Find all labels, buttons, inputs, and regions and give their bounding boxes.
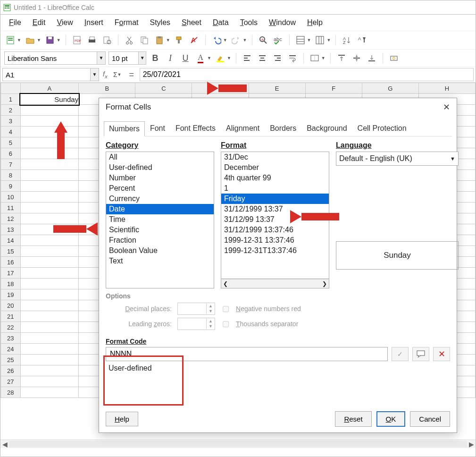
- sort-button[interactable]: AZ: [341, 34, 353, 46]
- cell[interactable]: [20, 203, 79, 213]
- row-header[interactable]: 22: [1, 322, 21, 333]
- row-header[interactable]: 25: [1, 355, 21, 365]
- category-item[interactable]: Fraction: [106, 235, 214, 245]
- equals-button[interactable]: =: [125, 68, 138, 81]
- clear-format-button[interactable]: A: [188, 34, 200, 46]
- category-item[interactable]: Date: [106, 204, 214, 214]
- cell[interactable]: [20, 387, 79, 398]
- row-header[interactable]: 23: [1, 333, 21, 344]
- category-item[interactable]: User-defined: [106, 162, 214, 173]
- row-header[interactable]: 11: [1, 203, 21, 213]
- wrap-text-button[interactable]: [286, 52, 299, 64]
- delete-code-button[interactable]: ✕: [433, 347, 450, 361]
- cell[interactable]: [20, 159, 79, 170]
- row-header[interactable]: 2: [1, 105, 21, 116]
- format-item[interactable]: 31/12/99 13:37: [221, 214, 329, 225]
- category-item[interactable]: Time: [106, 214, 214, 225]
- menu-data[interactable]: Data: [207, 17, 234, 29]
- menu-window[interactable]: Window: [263, 17, 301, 29]
- cell[interactable]: [20, 289, 79, 300]
- menu-help[interactable]: Help: [301, 17, 328, 29]
- column-header[interactable]: B: [79, 83, 135, 94]
- category-item[interactable]: Scientific: [106, 225, 214, 235]
- row-header[interactable]: 3: [1, 116, 21, 127]
- dropdown-icon[interactable]: ▼: [138, 52, 146, 64]
- cell[interactable]: [20, 170, 79, 181]
- column-header[interactable]: C: [135, 83, 192, 94]
- format-code-input[interactable]: [106, 347, 388, 361]
- menu-tools[interactable]: Tools: [234, 17, 263, 29]
- cell[interactable]: [20, 148, 79, 159]
- cell[interactable]: [20, 127, 79, 137]
- font-name-input[interactable]: [5, 54, 97, 62]
- row-button[interactable]: ▼: [294, 34, 311, 46]
- open-button[interactable]: ▼: [24, 34, 41, 46]
- category-item[interactable]: Currency: [106, 194, 214, 204]
- column-header[interactable]: G: [362, 83, 418, 94]
- column-header[interactable]: A: [20, 83, 79, 94]
- column-header[interactable]: D: [192, 83, 249, 94]
- tab-font[interactable]: Font: [145, 121, 170, 136]
- row-header[interactable]: 14: [1, 235, 21, 246]
- row-header[interactable]: 15: [1, 246, 21, 257]
- formula-input[interactable]: [140, 70, 473, 79]
- redo-button[interactable]: ▼: [230, 34, 247, 46]
- row-header[interactable]: 4: [1, 127, 21, 137]
- format-item[interactable]: December: [221, 162, 329, 173]
- menu-edit[interactable]: Edit: [27, 17, 51, 29]
- row-header[interactable]: 6: [1, 148, 21, 159]
- row-header[interactable]: 7: [1, 159, 21, 170]
- spellcheck-button[interactable]: abc: [272, 34, 284, 46]
- cell[interactable]: [20, 300, 79, 311]
- cell[interactable]: [20, 116, 79, 127]
- format-item[interactable]: 4th quarter 99: [221, 173, 329, 183]
- valign-top-button[interactable]: [335, 52, 348, 64]
- cell[interactable]: [20, 355, 79, 365]
- row-header[interactable]: 21: [1, 311, 21, 322]
- row-header[interactable]: 9: [1, 181, 21, 192]
- column-header[interactable]: E: [249, 83, 305, 94]
- cut-button[interactable]: [123, 34, 135, 46]
- format-hscroll[interactable]: ❮❯: [221, 279, 329, 288]
- cell[interactable]: [20, 376, 79, 387]
- apply-code-button[interactable]: ✓: [392, 347, 409, 361]
- comment-button[interactable]: [412, 347, 429, 361]
- column-header[interactable]: F: [305, 83, 362, 94]
- tab-numbers[interactable]: Numbers: [104, 121, 145, 136]
- menu-sheet[interactable]: Sheet: [176, 17, 207, 29]
- row-header[interactable]: 19: [1, 289, 21, 300]
- align-left-button[interactable]: [241, 52, 253, 64]
- row-header[interactable]: 13: [1, 224, 21, 235]
- format-item[interactable]: 1999-12-31 13:37:46: [221, 235, 329, 245]
- name-box[interactable]: ▼: [2, 68, 99, 81]
- undo-button[interactable]: ▼: [210, 34, 227, 46]
- menu-format[interactable]: Format: [109, 17, 144, 29]
- column-header[interactable]: H: [418, 83, 475, 94]
- row-header[interactable]: 26: [1, 365, 21, 376]
- row-header[interactable]: 24: [1, 344, 21, 355]
- font-size-input[interactable]: [109, 54, 138, 62]
- ok-button[interactable]: OK: [376, 411, 406, 427]
- autofilter-button[interactable]: A: [356, 34, 368, 46]
- paste-button[interactable]: ▼: [153, 34, 170, 46]
- format-item[interactable]: 31/Dec: [221, 152, 329, 162]
- reset-button[interactable]: Reset: [335, 411, 371, 427]
- merge-button[interactable]: ▼: [309, 52, 326, 64]
- italic-button[interactable]: I: [164, 52, 176, 64]
- cell[interactable]: [20, 224, 79, 235]
- menu-insert[interactable]: Insert: [79, 17, 109, 29]
- cell[interactable]: [20, 181, 79, 192]
- font-size-combo[interactable]: ▼: [109, 51, 146, 65]
- tab-borders[interactable]: Borders: [265, 121, 301, 136]
- category-item[interactable]: Percent: [106, 183, 214, 194]
- cancel-button[interactable]: Cancel: [410, 411, 450, 427]
- fx-icon[interactable]: fx: [101, 70, 109, 79]
- format-item[interactable]: Friday: [221, 194, 329, 204]
- cell[interactable]: [20, 192, 79, 203]
- column-button[interactable]: ▼: [314, 34, 331, 46]
- help-button[interactable]: Help: [106, 412, 138, 426]
- scroll-left-icon[interactable]: ◀: [0, 440, 9, 448]
- menu-styles[interactable]: Styles: [144, 17, 176, 29]
- bold-button[interactable]: B: [149, 52, 161, 64]
- format-item[interactable]: 1: [221, 183, 329, 194]
